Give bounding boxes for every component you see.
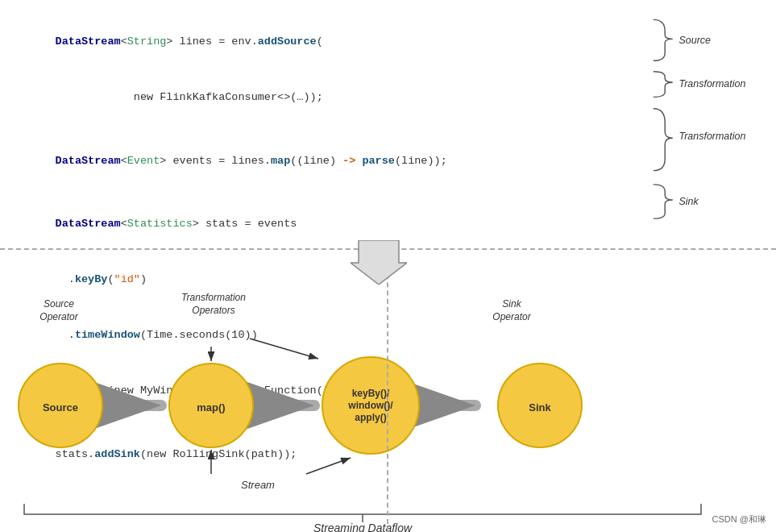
svg-text:Sink: Sink	[529, 401, 551, 414]
vertical-divider	[387, 250, 388, 532]
watermark: CSDN @和琳	[712, 513, 766, 526]
svg-line-18	[250, 339, 318, 359]
svg-text:keyBy()/: keyBy()/	[352, 388, 390, 399]
brace-svg: Source Transformation Transformation Sin…	[647, 8, 768, 240]
code-line-2: DataStream<Event> events = lines.map((li…	[16, 134, 631, 189]
code-line-3a: DataStream<Statistics> stats = events	[16, 197, 631, 252]
brace-source-label: Source	[678, 35, 711, 46]
svg-line-20	[306, 458, 351, 474]
svg-text:map(): map()	[197, 401, 225, 414]
brace-labels: Source Transformation Transformation Sin…	[647, 0, 776, 248]
brace-transformation1-label: Transformation	[678, 78, 745, 89]
svg-text:Source: Source	[43, 401, 78, 414]
brace-sink-label: Sink	[678, 196, 699, 207]
top-section: DataStream<String> lines = env.addSource…	[0, 0, 776, 250]
down-arrow-container	[351, 240, 407, 288]
code-line-1b: new FlinkKafkaConsumer<>(…));	[16, 70, 631, 126]
svg-marker-0	[351, 240, 407, 285]
svg-text:Stream: Stream	[241, 479, 275, 491]
svg-text:apply(): apply()	[355, 412, 386, 423]
svg-text:Streaming Dataflow: Streaming Dataflow	[313, 522, 413, 532]
brace-transformation2-label: Transformation	[678, 131, 745, 142]
code-line-1a: DataStream<String> lines = env.addSource…	[16, 15, 631, 70]
code-area: DataStream<String> lines = env.addSource…	[0, 0, 647, 248]
down-arrow	[351, 240, 407, 285]
